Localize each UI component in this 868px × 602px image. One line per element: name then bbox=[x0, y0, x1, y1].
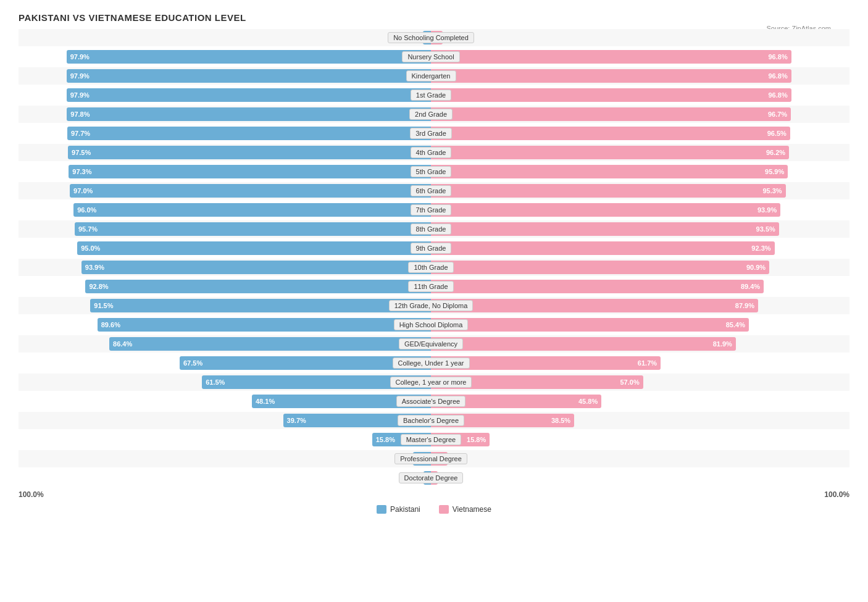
axis-right: 100.0% bbox=[434, 490, 849, 499]
center-label: Master's Degree bbox=[401, 434, 461, 445]
bar-left: 95.7% bbox=[75, 222, 431, 236]
center-label: 1st Grade bbox=[411, 90, 451, 101]
left-side: 93.9% bbox=[19, 261, 431, 274]
legend-label-pakistani: Pakistani bbox=[390, 505, 420, 514]
bar-label-left-val: 97.5% bbox=[72, 149, 91, 156]
bar-label-right-val: 89.4% bbox=[741, 283, 760, 290]
right-side: 4.5% bbox=[431, 452, 843, 466]
right-side: 96.8% bbox=[431, 50, 843, 64]
center-label: 9th Grade bbox=[411, 243, 452, 254]
bar-label-left-val: 97.3% bbox=[72, 168, 91, 175]
bar-right: 89.4% bbox=[431, 280, 764, 293]
bar-label-left-val: 89.6% bbox=[101, 321, 120, 328]
bar-left: 97.8% bbox=[67, 107, 431, 121]
center-label: College, Under 1 year bbox=[393, 357, 470, 369]
bar-left: 89.6% bbox=[98, 318, 431, 332]
bar-label-right-val: 92.3% bbox=[751, 245, 770, 252]
bar-label-right-val: 96.8% bbox=[769, 53, 788, 61]
bar-left: 97.0% bbox=[70, 184, 431, 198]
center-label: 5th Grade bbox=[411, 166, 452, 177]
left-side: 86.4% bbox=[19, 337, 431, 351]
table-row: 97.8% 2nd Grade 96.7% bbox=[19, 106, 849, 123]
right-side: 89.4% bbox=[431, 280, 843, 293]
bar-label-left-val: 97.9% bbox=[70, 72, 90, 80]
table-row: 89.6% High School Diploma 85.4% bbox=[19, 316, 849, 333]
left-side: 2.1% bbox=[19, 31, 431, 44]
right-side: 1.9% bbox=[431, 471, 843, 485]
left-side: 95.7% bbox=[19, 222, 431, 236]
bar-label-right-val: 45.8% bbox=[578, 398, 598, 405]
right-side: 92.3% bbox=[431, 241, 843, 255]
bar-label-left-val: 67.5% bbox=[183, 359, 202, 367]
bar-left: 95.0% bbox=[77, 241, 431, 255]
legend: Pakistani Vietnamese bbox=[19, 505, 849, 514]
center-label: 8th Grade bbox=[411, 224, 452, 235]
bar-right: 96.5% bbox=[431, 127, 790, 140]
bar-left: 93.9% bbox=[81, 261, 431, 274]
bar-right: 95.9% bbox=[431, 165, 788, 178]
right-side: 96.5% bbox=[431, 127, 843, 140]
center-label: Kindergarten bbox=[406, 70, 456, 82]
center-label: 7th Grade bbox=[411, 204, 452, 215]
left-side: 96.0% bbox=[19, 203, 431, 217]
table-row: 67.5% College, Under 1 year 61.7% bbox=[19, 354, 849, 372]
table-row: 2.0% Doctorate Degree 1.9% bbox=[19, 469, 849, 487]
bar-label-right-val: 85.4% bbox=[726, 321, 745, 328]
center-label: Bachelor's Degree bbox=[398, 415, 464, 426]
bar-label-right-val: 57.0% bbox=[620, 378, 640, 386]
center-label: 12th Grade, No Diploma bbox=[389, 300, 474, 311]
bar-label-left-val: 95.0% bbox=[81, 245, 100, 252]
table-row: 95.0% 9th Grade 92.3% bbox=[19, 240, 849, 257]
bar-label-right-val: 61.7% bbox=[638, 359, 657, 367]
left-side: 97.9% bbox=[19, 88, 431, 102]
center-label: 3rd Grade bbox=[410, 128, 452, 139]
bar-label-left-val: 93.9% bbox=[85, 264, 104, 271]
bar-label-left-val: 96.0% bbox=[77, 206, 96, 214]
center-label: 10th Grade bbox=[408, 262, 453, 273]
bar-label-left-val: 97.9% bbox=[70, 53, 90, 61]
bar-right: 96.8% bbox=[431, 50, 791, 64]
left-side: 95.0% bbox=[19, 241, 431, 255]
bar-right: 96.8% bbox=[431, 69, 791, 83]
right-side: 81.9% bbox=[431, 337, 843, 351]
bar-label-left-val: 97.8% bbox=[70, 111, 90, 118]
bar-right: 92.3% bbox=[431, 241, 775, 255]
table-row: 91.5% 12th Grade, No Diploma 87.9% bbox=[19, 297, 849, 314]
bar-label-right-val: 96.8% bbox=[769, 91, 788, 99]
right-side: 61.7% bbox=[431, 356, 843, 370]
table-row: 97.0% 6th Grade 95.3% bbox=[19, 182, 849, 199]
bar-label-left-val: 97.7% bbox=[71, 130, 90, 137]
bar-left: 97.9% bbox=[67, 50, 431, 64]
left-side: 97.5% bbox=[19, 146, 431, 159]
right-side: 90.9% bbox=[431, 261, 843, 274]
left-side: 61.5% bbox=[19, 375, 431, 389]
right-side: 85.4% bbox=[431, 318, 843, 332]
bar-left: 97.9% bbox=[67, 69, 431, 83]
bar-right: 90.9% bbox=[431, 261, 769, 274]
left-side: 97.0% bbox=[19, 184, 431, 198]
bar-label-left-val: 15.8% bbox=[376, 436, 395, 443]
bar-right: 96.8% bbox=[431, 88, 791, 102]
bar-left: 97.5% bbox=[68, 146, 431, 159]
table-row: 4.8% Professional Degree 4.5% bbox=[19, 450, 849, 467]
bar-label-left-val: 39.7% bbox=[287, 417, 306, 424]
right-side: 3.2% bbox=[431, 31, 843, 44]
left-side: 97.9% bbox=[19, 50, 431, 64]
table-row: 15.8% Master's Degree 15.8% bbox=[19, 431, 849, 448]
left-side: 97.8% bbox=[19, 107, 431, 121]
chart-container: 2.1% No Schooling Completed 3.2% 97.9% N… bbox=[19, 29, 849, 514]
table-row: 61.5% College, 1 year or more 57.0% bbox=[19, 374, 849, 391]
table-row: 96.0% 7th Grade 93.9% bbox=[19, 201, 849, 219]
right-side: 96.2% bbox=[431, 146, 843, 159]
right-side: 93.5% bbox=[431, 222, 843, 236]
chart-title: PAKISTANI VS VIETNAMESE EDUCATION LEVEL bbox=[19, 12, 849, 23]
center-label: Doctorate Degree bbox=[399, 472, 464, 483]
bar-left: 97.3% bbox=[69, 165, 431, 178]
bar-label-left-val: 95.7% bbox=[78, 225, 98, 233]
left-side: 2.0% bbox=[19, 471, 431, 485]
center-label: No Schooling Completed bbox=[388, 32, 474, 43]
bar-label-right-val: 96.8% bbox=[769, 72, 788, 80]
left-side: 4.8% bbox=[19, 452, 431, 466]
bar-label-right-val: 87.9% bbox=[735, 302, 754, 309]
bar-left: 91.5% bbox=[90, 299, 431, 312]
